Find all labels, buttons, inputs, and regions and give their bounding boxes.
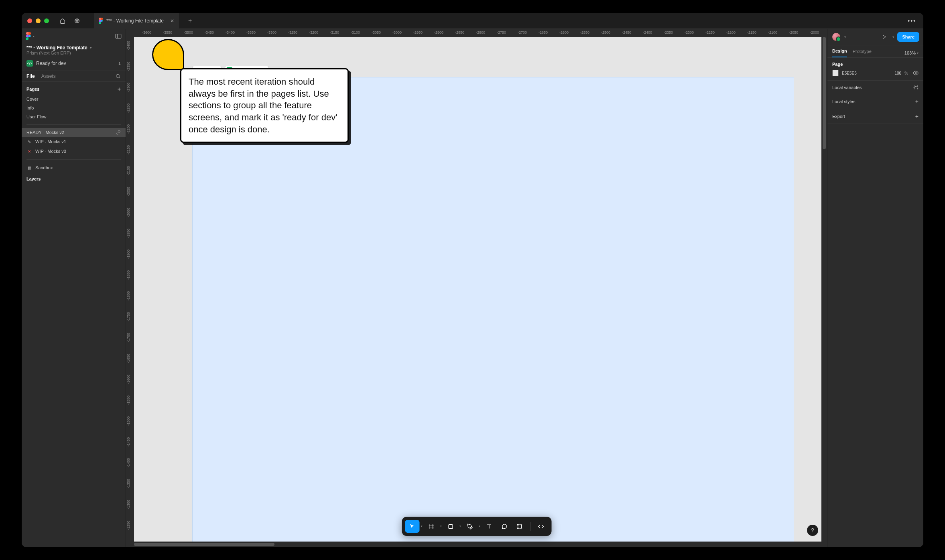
tab-file[interactable]: File: [26, 73, 35, 79]
app-window: *** - Working File Template ✕ + ••• ▾ **…: [22, 13, 923, 547]
ruler-tick: -2350: [126, 62, 130, 71]
page-label: Sandbox: [35, 165, 53, 170]
chevron-down-icon[interactable]: ▾: [440, 525, 442, 528]
right-panel: ▾ ▾ Share Design Prototype 103% ▾ Page: [827, 29, 923, 547]
page-item-ready-v2[interactable]: READY - Mocks v2: [22, 128, 126, 137]
vertical-scrollbar[interactable]: [821, 37, 827, 542]
add-icon[interactable]: +: [915, 98, 919, 105]
text-tool[interactable]: [482, 520, 496, 533]
tab-assets[interactable]: Assets: [41, 73, 56, 79]
move-tool[interactable]: ▾: [405, 520, 419, 533]
annotation-bubble-icon[interactable]: [152, 39, 184, 70]
ruler-tick: -2150: [747, 30, 756, 34]
file-title[interactable]: *** - Working File Template: [26, 45, 87, 51]
pages-header: Pages: [26, 87, 39, 91]
tab-prototype[interactable]: Prototype: [853, 49, 872, 57]
ruler-tick: -2000: [126, 208, 130, 217]
main-area: ▾ *** - Working File Template ▾ Prism (N…: [22, 29, 923, 547]
ruler-tick: -2250: [126, 103, 130, 113]
rectangle-tool[interactable]: ▾: [443, 520, 458, 533]
page-fill-row[interactable]: E5E5E5 100 %: [832, 70, 919, 76]
close-window-button[interactable]: [27, 18, 32, 23]
scrollbar-thumb[interactable]: [823, 37, 826, 149]
ruler-tick: -2050: [126, 187, 130, 196]
chevron-down-icon[interactable]: ▾: [459, 525, 461, 528]
svg-point-15: [521, 524, 522, 525]
status-count: 1: [118, 61, 121, 66]
present-button[interactable]: [880, 32, 889, 42]
ruler-tick: -2200: [726, 30, 736, 34]
chevron-down-icon[interactable]: ▾: [90, 46, 92, 50]
figma-file-icon: [99, 18, 103, 24]
visibility-icon[interactable]: [913, 70, 919, 76]
page-item-wip-v0[interactable]: ✕ WIP - Mocks v0: [22, 146, 126, 156]
zoom-control[interactable]: 103% ▾: [904, 51, 919, 55]
share-button[interactable]: Share: [897, 32, 919, 42]
ruler-tick: -1750: [126, 312, 130, 321]
figma-menu-button[interactable]: ▾: [26, 32, 35, 40]
search-icon[interactable]: [116, 74, 121, 79]
overflow-menu-icon[interactable]: •••: [908, 18, 918, 24]
svg-point-23: [915, 72, 917, 74]
chevron-down-icon[interactable]: ▾: [479, 525, 480, 528]
sandbox-icon: ▦: [26, 165, 32, 170]
page-item-info[interactable]: Info: [22, 103, 126, 112]
scrollbar-thumb[interactable]: [134, 543, 274, 546]
ruler-tick: -1650: [126, 354, 130, 363]
export-row[interactable]: Export +: [827, 109, 923, 124]
zoom-value: 103%: [904, 51, 916, 55]
dev-status-row[interactable]: </> Ready for dev 1: [22, 59, 126, 71]
section-body[interactable]: [192, 77, 794, 547]
link-icon[interactable]: [116, 130, 121, 135]
canvas[interactable]: Feature v2 </> Ready for dev ▾ The most …: [134, 37, 827, 547]
ruler-tick: -2250: [705, 30, 715, 34]
chevron-down-icon[interactable]: ▾: [892, 35, 894, 39]
annotation-note[interactable]: The most recent iteration should always …: [180, 68, 349, 143]
actions-tool[interactable]: [512, 520, 527, 533]
minimize-window-button[interactable]: [36, 18, 41, 23]
add-icon[interactable]: +: [915, 113, 919, 120]
page-item-wip-v1[interactable]: ✎ WIP - Mocks v1: [22, 137, 126, 146]
ruler-tick: -1250: [126, 521, 130, 530]
settings-icon[interactable]: [913, 85, 919, 90]
file-tab[interactable]: *** - Working File Template ✕: [94, 13, 179, 29]
section-frame[interactable]: Feature v2 </> Ready for dev ▾ The most …: [192, 77, 794, 547]
project-name[interactable]: Prism (Next Gen ERP): [22, 51, 126, 59]
tab-design[interactable]: Design: [832, 49, 847, 57]
new-tab-button[interactable]: +: [185, 17, 195, 24]
collapse-panel-icon[interactable]: [115, 33, 122, 39]
ruler-tick: -3050: [372, 30, 381, 34]
export-label: Export: [832, 114, 845, 119]
horizontal-scrollbar[interactable]: [134, 542, 827, 547]
pen-tool[interactable]: ▾: [463, 520, 477, 533]
color-swatch[interactable]: [832, 70, 839, 76]
user-avatar[interactable]: [831, 32, 841, 42]
frame-tool[interactable]: ▾: [424, 520, 439, 533]
ruler-tick: -2650: [539, 30, 548, 34]
home-icon[interactable]: [57, 15, 68, 26]
page-item-sandbox[interactable]: ▦ Sandbox: [22, 163, 126, 172]
local-variables-row[interactable]: Local variables: [827, 81, 923, 94]
svg-point-5: [116, 74, 120, 77]
local-styles-row[interactable]: Local styles +: [827, 94, 923, 109]
maximize-window-button[interactable]: [44, 18, 49, 23]
community-icon[interactable]: [71, 15, 83, 26]
ruler-tick: -2450: [622, 30, 631, 34]
ruler-tick: -3500: [184, 30, 193, 34]
chevron-down-icon[interactable]: ▾: [421, 525, 423, 528]
ruler-tick: -1450: [126, 437, 130, 446]
ruler-tick: -2050: [789, 30, 798, 34]
comment-tool[interactable]: [497, 520, 512, 533]
chevron-down-icon[interactable]: ▾: [844, 35, 846, 39]
close-tab-icon[interactable]: ✕: [170, 18, 174, 24]
ruler-tick: -2550: [580, 30, 589, 34]
chevron-down-icon: ▾: [917, 51, 919, 55]
fill-hex[interactable]: E5E5E5: [842, 71, 891, 75]
page-item-cover[interactable]: Cover: [22, 95, 126, 103]
page-item-userflow[interactable]: User Flow: [22, 112, 126, 121]
dev-mode-tool[interactable]: [534, 520, 548, 533]
help-button[interactable]: ?: [807, 525, 818, 536]
layers-header[interactable]: Layers: [22, 172, 126, 185]
fill-opacity[interactable]: 100: [894, 71, 901, 75]
add-page-icon[interactable]: +: [118, 86, 121, 92]
